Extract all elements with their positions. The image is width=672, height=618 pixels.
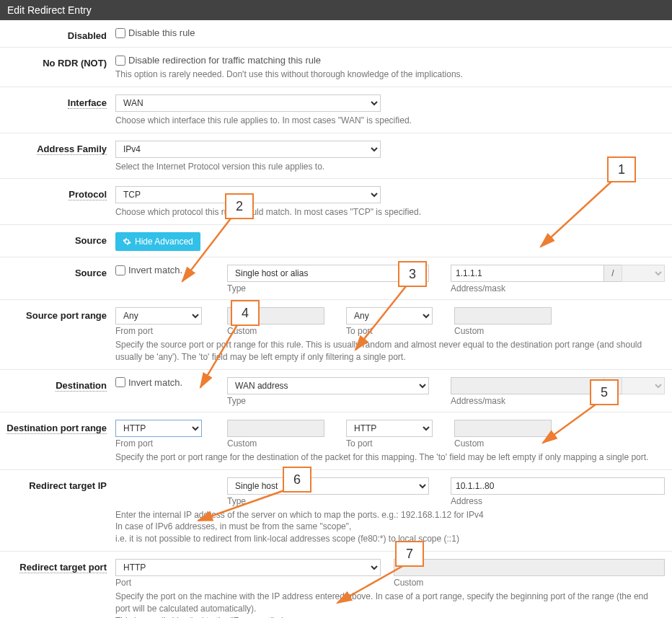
- src-to-custom-input: [454, 307, 552, 325]
- redir-ip-addr-sublabel: Address: [451, 496, 665, 506]
- address-family-select[interactable]: IPv4: [115, 141, 381, 158]
- label-address-family: Address Family: [0, 141, 115, 173]
- row-source: Source Invert match. Single host or alia…: [0, 257, 672, 300]
- src-port-help: Specify the source port or port range fo…: [115, 339, 665, 363]
- label-disabled: Disabled: [0, 27, 115, 41]
- row-source-btn: Source Hide Advanced: [0, 225, 672, 257]
- redir-ip-type-select[interactable]: Single host: [227, 477, 429, 495]
- row-protocol: Protocol TCP Choose which protocol this …: [0, 179, 672, 225]
- source-type-select[interactable]: Single host or alias: [227, 265, 429, 282]
- dst-from-port-select[interactable]: HTTP: [115, 420, 202, 437]
- source-address-input[interactable]: [451, 265, 604, 282]
- hide-advanced-text: Hide Advanced: [135, 237, 193, 247]
- redir-ip-address-input[interactable]: [451, 477, 665, 495]
- hide-advanced-button[interactable]: Hide Advanced: [115, 232, 200, 251]
- src-from-sublabel: From port: [115, 326, 202, 336]
- dest-invert-text: Invert match.: [128, 377, 182, 388]
- source-invert-checkbox[interactable]: Invert match.: [115, 265, 227, 275]
- panel-heading: Edit Redirect Entry: [0, 0, 672, 20]
- slash-separator: /: [604, 265, 622, 282]
- dest-address-input: [451, 377, 604, 394]
- dest-addr-sublabel: Address/mask: [451, 396, 665, 406]
- label-redir-port: Redirect target port: [0, 559, 115, 618]
- disable-rule-checkbox[interactable]: Disable this rule: [115, 27, 665, 38]
- dest-mask-select: [622, 377, 665, 394]
- source-invert-text: Invert match.: [128, 265, 182, 275]
- protocol-help: Choose which protocol this rule should m…: [115, 206, 665, 218]
- panel-title: Edit Redirect Entry: [7, 4, 92, 16]
- interface-select[interactable]: WAN: [115, 94, 381, 112]
- dst-to-custom-input: [454, 420, 552, 437]
- dest-type-sublabel: Type: [227, 396, 429, 406]
- no-rdr-help: This option is rarely needed. Don't use …: [115, 69, 665, 81]
- redir-ip-help3: i.e. it is not possible to redirect from…: [115, 533, 665, 545]
- dst-from-sublabel: From port: [115, 438, 202, 449]
- dest-invert-checkbox[interactable]: Invert match.: [115, 377, 227, 388]
- dest-type-select[interactable]: WAN address: [227, 377, 429, 394]
- src-from-custom-sublabel: Custom: [227, 326, 324, 336]
- dst-to-port-select[interactable]: HTTP: [346, 420, 433, 437]
- label-src-port: Source port range: [0, 307, 115, 363]
- label-redir-ip: Redirect target IP: [0, 477, 115, 545]
- interface-help: Choose which interface this rule applies…: [115, 115, 665, 127]
- row-disabled: Disabled Disable this rule: [0, 20, 672, 48]
- label-dst-port: Destination port range: [0, 420, 115, 464]
- row-src-port: Source port range Any From port Custom A…: [0, 300, 672, 370]
- redir-port-help2: This is usually identical to the "From p…: [115, 615, 665, 618]
- source-addr-sublabel: Address/mask: [451, 283, 665, 293]
- dst-to-custom-sublabel: Custom: [454, 438, 552, 449]
- label-destination: Destination: [0, 377, 115, 406]
- row-destination: Destination Invert match. WAN address Ty…: [0, 370, 672, 412]
- redir-ip-help1: Enter the internal IP address of the ser…: [115, 509, 665, 521]
- disable-rule-input[interactable]: [115, 28, 125, 38]
- row-interface: Interface WAN Choose which interface thi…: [0, 87, 672, 133]
- no-rdr-input[interactable]: [115, 56, 125, 66]
- dst-port-help: Specify the port or port range for the d…: [115, 451, 665, 464]
- address-family-help: Select the Internet Protocol version thi…: [115, 161, 665, 173]
- disable-rule-text: Disable this rule: [128, 27, 195, 38]
- label-source-btn: Source: [0, 232, 115, 251]
- source-mask-select: [622, 265, 665, 282]
- row-redir-ip: Redirect target IP Single host Type Addr…: [0, 470, 672, 552]
- label-protocol: Protocol: [0, 186, 115, 218]
- no-rdr-checkbox[interactable]: Disable redirection for traffic matching…: [115, 55, 665, 66]
- protocol-select[interactable]: TCP: [115, 186, 381, 203]
- src-to-sublabel: To port: [346, 326, 433, 336]
- redir-port-select[interactable]: HTTP: [115, 559, 381, 576]
- src-to-custom-sublabel: Custom: [454, 326, 552, 336]
- redir-ip-help2: In case of IPv6 addresses, in must be fr…: [115, 521, 665, 533]
- dst-to-sublabel: To port: [346, 438, 433, 449]
- row-address-family: Address Family IPv4 Select the Internet …: [0, 133, 672, 180]
- redir-port-help1: Specify the port on the machine with the…: [115, 591, 665, 615]
- source-invert-input[interactable]: [115, 265, 125, 275]
- redir-ip-type-sublabel: Type: [227, 496, 429, 506]
- dst-from-custom-input: [227, 420, 324, 437]
- redir-port-sublabel: Port: [115, 578, 381, 588]
- row-redir-port: Redirect target port HTTP Port Custom Sp…: [0, 552, 672, 618]
- label-source: Source: [0, 265, 115, 293]
- label-interface: Interface: [0, 94, 115, 127]
- label-no-rdr: No RDR (NOT): [0, 55, 115, 81]
- slash-separator: /: [604, 377, 622, 394]
- gear-icon: [123, 237, 131, 246]
- source-type-sublabel: Type: [227, 283, 429, 293]
- src-from-custom-input: [227, 307, 324, 325]
- row-dst-port: Destination port range HTTP From port Cu…: [0, 412, 672, 470]
- redir-port-custom-sublabel: Custom: [394, 578, 665, 588]
- dest-invert-input[interactable]: [115, 377, 125, 387]
- dst-from-custom-sublabel: Custom: [227, 438, 324, 449]
- row-no-rdr: No RDR (NOT) Disable redirection for tra…: [0, 48, 672, 87]
- no-rdr-text: Disable redirection for traffic matching…: [128, 55, 321, 66]
- src-from-port-select[interactable]: Any: [115, 307, 202, 325]
- src-to-port-select[interactable]: Any: [346, 307, 433, 325]
- redir-port-custom-input: [394, 559, 665, 576]
